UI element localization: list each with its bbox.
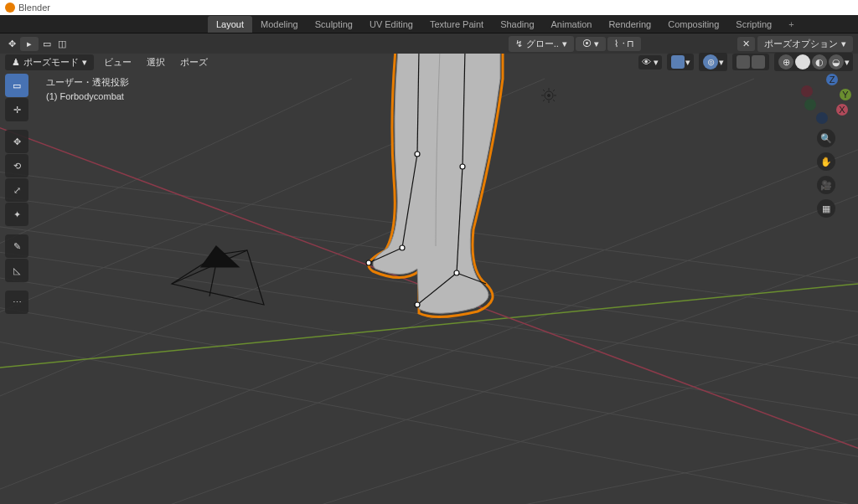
- xray-icon[interactable]: [737, 55, 750, 69]
- gizmo-pill[interactable]: ▾: [667, 54, 694, 70]
- tab-layout[interactable]: Layout: [208, 16, 252, 33]
- overlay-pill[interactable]: ⊚▾: [699, 53, 727, 71]
- gizmo-y-icon[interactable]: Y: [840, 89, 851, 100]
- xray-pill[interactable]: [732, 54, 769, 70]
- nav-zoom-icon[interactable]: 🔍: [817, 129, 835, 147]
- editor-type-icon[interactable]: ✥: [5, 37, 18, 50]
- workspace-tabs: Layout Modeling Sculpting UV Editing Tex…: [0, 15, 858, 33]
- viewport-canvas: [0, 54, 858, 504]
- submenu-pose[interactable]: ポーズ: [175, 54, 213, 70]
- svg-point-40: [366, 260, 371, 265]
- tab-uvediting[interactable]: UV Editing: [361, 16, 421, 33]
- svg-line-9: [168, 242, 858, 504]
- tool-scale[interactable]: ⤢: [5, 178, 28, 202]
- shading-drop-icon[interactable]: ▾: [845, 57, 850, 68]
- viewport-subheader: ♟ ポーズモード ▾ ビュー 選択 ポーズ 👁 ▾ ▾ ⊚▾ ⊕ ◐ ◒ ▾: [0, 52, 858, 72]
- tab-add-icon[interactable]: +: [780, 16, 802, 33]
- pivot-dropdown[interactable]: ⦿ ▾: [576, 37, 606, 51]
- top-menubar: ファイル 編集 レンダー ウィンドウ ヘルプ Layout Modeling S…: [0, 15, 858, 33]
- viewport-header: ✥ ▸ ▭ ◫ ↯ グロー.. ▾ ⦿ ▾ ⌇ ᛫⊓ ✕ ポーズオプション ▾: [0, 33, 858, 54]
- object-name: (1) Forbodycombat: [46, 90, 129, 104]
- window-title: Blender: [18, 3, 50, 13]
- shade-matprev-icon[interactable]: ◐: [812, 54, 827, 69]
- tab-shading[interactable]: Shading: [492, 16, 542, 33]
- gizmo-neg-z-icon[interactable]: [816, 112, 828, 124]
- scene-close-button[interactable]: ✕: [737, 37, 755, 51]
- tab-scripting[interactable]: Scripting: [727, 16, 780, 33]
- left-toolbar: ▭ ✛ ✥ ⟲ ⤢ ✦ ✎ ◺ ⋯: [5, 74, 28, 314]
- tool-cursor[interactable]: ✛: [5, 98, 28, 121]
- tool-select-box[interactable]: ▭: [5, 74, 28, 97]
- tab-animation[interactable]: Animation: [543, 16, 601, 33]
- gizmo-x-icon[interactable]: X: [836, 104, 848, 116]
- svg-point-47: [415, 302, 420, 307]
- svg-point-22: [548, 95, 550, 97]
- svg-line-14: [0, 79, 352, 263]
- nav-persp-icon[interactable]: ▦: [817, 199, 835, 218]
- svg-point-38: [415, 152, 420, 157]
- svg-line-29: [543, 100, 545, 101]
- svg-point-46: [454, 270, 459, 275]
- window-titlebar: Blender: [0, 0, 858, 15]
- gizmo-neg-y-icon[interactable]: [804, 99, 816, 111]
- blender-logo-icon: [5, 3, 15, 13]
- shade-solid-icon[interactable]: [795, 54, 810, 69]
- tab-modeling[interactable]: Modeling: [252, 16, 307, 33]
- tab-sculpting[interactable]: Sculpting: [307, 16, 361, 33]
- tool-rotate[interactable]: ⟲: [5, 154, 28, 177]
- submenu-select[interactable]: 選択: [142, 54, 170, 70]
- tab-compositing[interactable]: Compositing: [659, 16, 727, 33]
- tool-measure[interactable]: ◺: [5, 259, 28, 282]
- visibility-pill[interactable]: 👁 ▾: [638, 55, 662, 69]
- tool-move[interactable]: ✥: [5, 130, 28, 153]
- select-mode-icon[interactable]: ▭: [40, 37, 54, 50]
- tab-rendering[interactable]: Rendering: [600, 16, 659, 33]
- mode-dropdown[interactable]: ♟ ポーズモード ▾: [5, 54, 94, 70]
- gizmo-z-icon[interactable]: Z: [826, 74, 838, 85]
- pose-options-dropdown[interactable]: ポーズオプション ▾: [757, 36, 853, 52]
- svg-point-45: [460, 164, 465, 169]
- snap-dropdown[interactable]: ⌇ ᛫⊓: [607, 37, 641, 51]
- camera-wireframe: [172, 246, 264, 305]
- orientation-dropdown[interactable]: ↯ グロー.. ▾: [509, 36, 574, 52]
- xray2-icon[interactable]: [752, 55, 765, 69]
- viewport-overlay-text: ユーザー・透視投影 (1) Forbodycombat: [46, 75, 129, 103]
- view-name: ユーザー・透視投影: [46, 75, 129, 90]
- svg-line-11: [519, 430, 858, 504]
- cursor-tool-button[interactable]: ▸: [20, 37, 39, 51]
- shade-rendered-icon[interactable]: ◒: [829, 54, 844, 69]
- nav-pan-icon[interactable]: ✋: [817, 152, 835, 171]
- shading-pill: ⊕ ◐ ◒ ▾: [774, 53, 853, 71]
- svg-point-39: [400, 245, 405, 250]
- 3d-viewport[interactable]: [0, 54, 858, 504]
- svg-line-30: [553, 90, 555, 91]
- tool-annotate[interactable]: ✎: [5, 234, 28, 258]
- tab-texturepaint[interactable]: Texture Paint: [421, 16, 492, 33]
- nav-gizmo[interactable]: Z Y X: [801, 74, 851, 124]
- shade-wire-icon[interactable]: ⊕: [778, 54, 793, 69]
- tool-bone[interactable]: ⋯: [5, 291, 28, 314]
- tool-transform[interactable]: ✦: [5, 203, 28, 226]
- viewport-nav: Z Y X 🔍 ✋ 🎥 ▦: [801, 74, 851, 218]
- light-gizmo: [541, 88, 556, 103]
- overlay-toggle-icon[interactable]: ⊚: [703, 54, 718, 69]
- select-mode2-icon[interactable]: ◫: [55, 37, 69, 50]
- mesh-legs: [366, 54, 503, 317]
- svg-line-10: [318, 321, 858, 504]
- nav-camera-icon[interactable]: 🎥: [817, 176, 835, 194]
- submenu-view[interactable]: ビュー: [99, 54, 137, 70]
- svg-line-28: [553, 100, 555, 101]
- gizmo-neg-x-icon[interactable]: [801, 85, 813, 97]
- svg-line-27: [543, 90, 545, 91]
